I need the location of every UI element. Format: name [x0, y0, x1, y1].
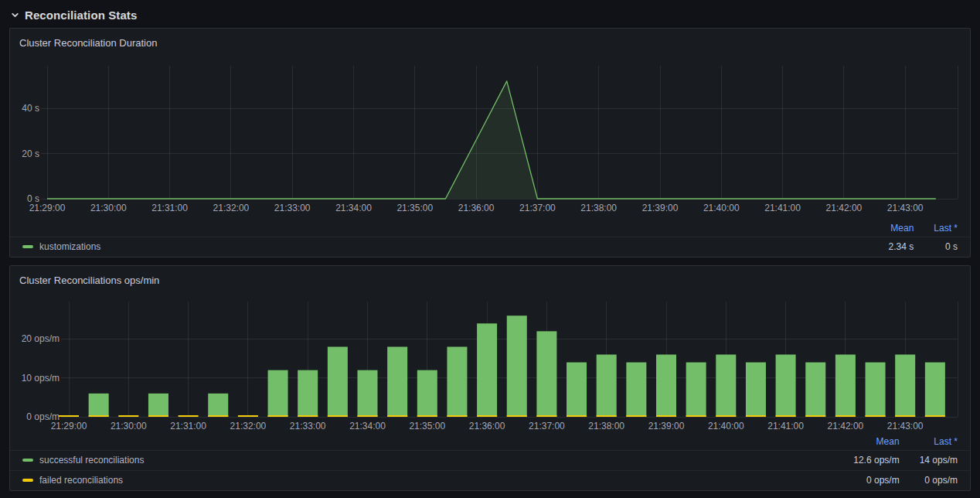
panel-cluster-reconciliations-ops: Cluster Reconciliations ops/min 0 ops/m1… [9, 265, 971, 491]
svg-text:21:40:00: 21:40:00 [703, 203, 740, 213]
legend-table: Mean Last * successful reconciliations 1… [10, 434, 970, 490]
svg-text:21:36:00: 21:36:00 [458, 203, 495, 213]
svg-text:21:43:00: 21:43:00 [887, 421, 924, 431]
svg-text:21:37:00: 21:37:00 [529, 421, 565, 431]
svg-text:21:39:00: 21:39:00 [648, 421, 685, 431]
svg-text:20 s: 20 s [22, 148, 39, 159]
svg-text:21:41:00: 21:41:00 [764, 203, 801, 213]
svg-text:21:42:00: 21:42:00 [828, 421, 864, 431]
svg-text:21:32:00: 21:32:00 [230, 421, 267, 431]
svg-text:21:31:00: 21:31:00 [151, 203, 188, 213]
legend-row-failed-reconciliations: failed reconciliations 0 ops/m 0 ops/m [10, 471, 970, 491]
panel-title[interactable]: Cluster Reconciliations ops/min [10, 266, 970, 286]
duration-area-chart[interactable]: 0 s20 s40 s21:29:0021:30:0021:31:0021:32… [10, 56, 970, 215]
chevron-down-icon[interactable] [11, 11, 19, 19]
svg-text:21:42:00: 21:42:00 [826, 203, 863, 213]
svg-text:21:39:00: 21:39:00 [642, 203, 679, 213]
series-color-swatch [22, 245, 33, 248]
section-title[interactable]: Reconciliation Stats [25, 9, 137, 22]
legend-column-last[interactable]: Last * [914, 220, 970, 237]
series-label[interactable]: successful reconciliations [39, 455, 144, 466]
series-label[interactable]: kustomizations [39, 241, 100, 252]
svg-text:21:32:00: 21:32:00 [213, 203, 250, 213]
panel-title[interactable]: Cluster Reconciliation Duration [10, 29, 970, 49]
legend-last-value: 0 ops/m [900, 471, 970, 491]
dashboard-section: Reconciliation Stats Cluster Reconciliat… [0, 0, 980, 491]
svg-text:40 s: 40 s [22, 103, 39, 114]
legend-mean-value: 2.34 s [869, 237, 914, 258]
legend-row-kustomizations: kustomizations 2.34 s 0 s [10, 237, 970, 258]
legend-column-last[interactable]: Last * [900, 434, 970, 451]
legend: Mean Last * kustomizations 2.34 s 0 s [10, 220, 970, 257]
legend-column-mean[interactable]: Mean [833, 434, 899, 451]
series-color-swatch [22, 459, 33, 462]
legend-header-row: Mean Last * [10, 220, 970, 237]
svg-text:21:40:00: 21:40:00 [708, 421, 744, 431]
svg-text:10 ops/m: 10 ops/m [22, 373, 60, 384]
legend: Mean Last * successful reconciliations 1… [10, 434, 970, 490]
svg-text:21:34:00: 21:34:00 [349, 421, 386, 431]
svg-text:21:31:00: 21:31:00 [170, 421, 206, 431]
legend-column-mean[interactable]: Mean [869, 220, 914, 237]
svg-text:21:29:00: 21:29:00 [29, 203, 66, 213]
reconciliations-bar-chart[interactable]: 0 ops/m10 ops/m20 ops/m21:29:0021:30:002… [10, 297, 970, 436]
section-row-header[interactable]: Reconciliation Stats [0, 0, 980, 28]
svg-text:21:35:00: 21:35:00 [409, 421, 445, 431]
svg-text:21:38:00: 21:38:00 [580, 203, 617, 213]
svg-text:21:41:00: 21:41:00 [767, 421, 804, 431]
svg-text:21:43:00: 21:43:00 [887, 203, 924, 213]
panel-cluster-reconciliation-duration: Cluster Reconciliation Duration 0 s20 s4… [9, 28, 971, 258]
svg-text:21:33:00: 21:33:00 [290, 421, 326, 431]
legend-mean-value: 12.6 ops/m [833, 451, 899, 471]
svg-text:21:35:00: 21:35:00 [396, 203, 433, 213]
legend-table: Mean Last * kustomizations 2.34 s 0 s [10, 220, 970, 257]
series-color-swatch [22, 479, 33, 482]
legend-mean-value: 0 ops/m [833, 471, 899, 491]
svg-text:21:30:00: 21:30:00 [111, 421, 147, 431]
svg-text:21:38:00: 21:38:00 [588, 421, 624, 431]
legend-header-row: Mean Last * [10, 434, 970, 451]
svg-text:21:36:00: 21:36:00 [469, 421, 505, 431]
series-label[interactable]: failed reconciliations [39, 475, 123, 486]
svg-text:21:33:00: 21:33:00 [274, 203, 311, 213]
legend-row-successful-reconciliations: successful reconciliations 12.6 ops/m 14… [10, 451, 970, 471]
legend-last-value: 0 s [914, 237, 970, 258]
svg-text:20 ops/m: 20 ops/m [22, 333, 60, 344]
svg-text:21:34:00: 21:34:00 [335, 203, 372, 213]
svg-text:21:29:00: 21:29:00 [51, 421, 87, 431]
svg-text:21:30:00: 21:30:00 [90, 203, 127, 213]
svg-text:21:37:00: 21:37:00 [519, 203, 556, 213]
legend-last-value: 14 ops/m [900, 451, 970, 471]
